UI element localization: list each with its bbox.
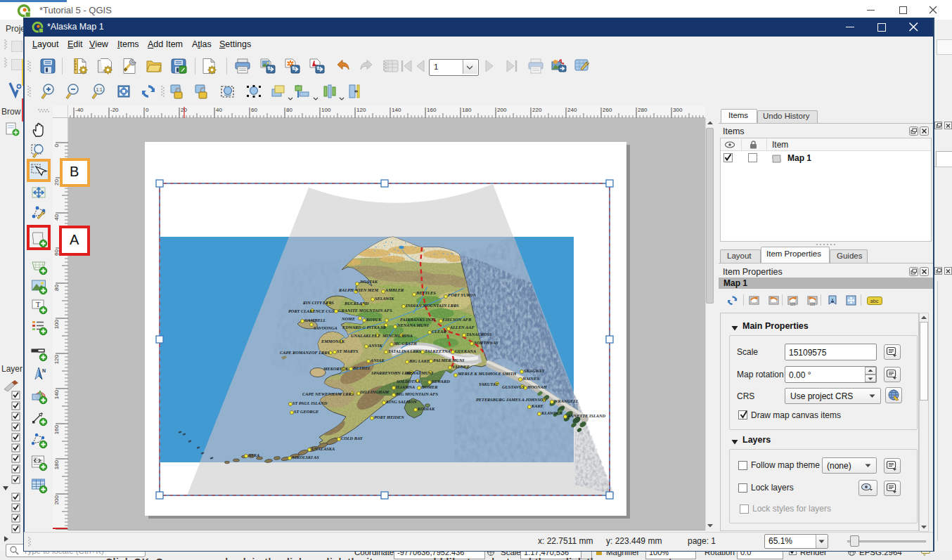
svg-text:DILLINGHAM: DILLINGHAM [359,389,389,394]
svg-text:MERLE K MUDHOLE SMITH: MERLE K MUDHOLE SMITH [457,371,517,376]
svg-text:260: 260 [603,107,612,113]
svg-text:GRANITE MOUNTAIN AFS: GRANITE MOUNTAIN AFS [338,308,392,313]
svg-text:UNALAKLEET: UNALAKLEET [351,333,381,338]
svg-text:0: 0 [53,143,60,147]
svg-text:TIN CITY LRRS: TIN CITY LRRS [303,300,334,305]
svg-text:INDIAN MOUNTAIN LRRS: INDIAN MOUNTAIN LRRS [405,303,459,308]
svg-text:100: 100 [321,107,331,113]
svg-text:MC GRATH: MC GRATH [393,341,418,346]
svg-text:220: 220 [53,530,60,530]
svg-text:123: 123 [810,303,816,306]
svg-text:100: 100 [53,319,60,329]
svg-text:-40: -40 [75,107,84,113]
svg-text:CLEAR: CLEAR [432,329,446,334]
svg-text:SOLDOTNA: SOLDOTNA [397,379,420,384]
svg-text:VALDEZ: VALDEZ [452,364,470,369]
svg-text:GULKANA: GULKANA [455,349,476,353]
svg-text:NIKOLSKI AS: NIKOLSKI AS [291,455,319,460]
svg-text:40: 40 [216,107,222,113]
svg-text:0: 0 [146,107,149,113]
svg-text:SAVOONGA: SAVOONGA [314,325,337,330]
svg-text:280: 280 [638,107,648,113]
svg-text:40: 40 [53,214,60,220]
svg-text:123: 123 [790,303,796,306]
svg-text:1:1: 1:1 [96,87,102,92]
svg-text:WRANGELL: WRANGELL [554,398,579,403]
svg-text:CAPE NEWENHAM LRRS: CAPE NEWENHAM LRRS [302,391,354,396]
svg-text:MEKORYUK: MEKORYUK [323,366,349,371]
svg-text:240: 240 [567,107,577,113]
svg-text:RALPH WIEN MEM: RALPH WIEN MEM [338,287,379,292]
svg-text:PORT CLARENCE CGS: PORT CLARENCE CGS [288,308,335,313]
svg-text:GAMBELL: GAMBELL [304,318,326,323]
svg-text:-20: -20 [110,107,119,113]
svg-text:NENANA MUNI: NENANA MUNI [397,323,429,327]
svg-text:BETHEL: BETHEL [352,365,371,370]
svg-text:ANIAK: ANIAK [370,358,385,363]
svg-text:TATALINA LRRS: TATALINA LRRS [388,349,422,353]
svg-text:ST GEORGE: ST GEORGE [294,409,319,414]
svg-text:SKAGWAY: SKAGWAY [524,368,545,373]
svg-text:60: 60 [251,107,257,113]
svg-text:ILIAMNA: ILIAMNA [395,384,415,389]
svg-text:20: 20 [53,178,60,185]
svg-text:EIELSON AFB: EIELSON AFB [442,317,471,322]
svg-text:NORTHWAY: NORTHWAY [473,340,499,345]
svg-text:120: 120 [53,354,60,364]
svg-text:GUSTAVUS: GUSTAVUS [502,384,525,389]
svg-text:SEWARD: SEWARD [432,379,450,384]
svg-text:160: 160 [427,107,437,113]
svg-text:FAIRBANKS INTL: FAIRBANKS INTL [400,317,437,322]
svg-text:FORT YUKON: FORT YUKON [448,292,476,297]
svg-text:AMBLER: AMBLER [385,287,404,292]
svg-text:TANACROSS: TANACROSS [466,332,492,337]
svg-text:HAINES: HAINES [522,376,539,381]
svg-text:PORT HEIDEN: PORT HEIDEN [374,415,404,419]
svg-text:EMMONAK: EMMONAK [321,339,345,344]
svg-text:BIG MOUNTAIN AFS: BIG MOUNTAIN AFS [395,391,438,396]
svg-text:BIG LAKE: BIG LAKE [409,358,430,363]
svg-text:200: 200 [497,107,507,113]
svg-text:200: 200 [53,495,60,504]
svg-text:140: 140 [392,107,401,113]
svg-text:HOMER: HOMER [420,384,437,389]
svg-text:300: 300 [673,107,683,113]
svg-text:180: 180 [462,107,472,113]
svg-text:KOYUK: KOYUK [366,317,382,322]
svg-text:ANNETTE ISLAND: ANNETTE ISLAND [567,413,606,418]
svg-text:ST PAUL ISLAND: ST PAUL ISLAND [292,401,328,405]
svg-text:CAPE ROMANZOF LRRS: CAPE ROMANZOF LRRS [280,350,330,355]
svg-text:ATKA: ATKA [247,452,259,457]
svg-text:120: 120 [356,107,366,113]
svg-text:ST MARYS: ST MARYS [337,349,359,353]
svg-text:BUCKLAND: BUCKLAND [344,301,369,306]
svg-text:PETERSBURG JAMES A JOHNSON: PETERSBURG JAMES A JOHNSON [476,397,546,402]
svg-text:KING SALMON: KING SALMON [385,399,417,404]
svg-text:80: 80 [286,107,292,113]
svg-text:COLD BAY: COLD BAY [341,436,364,441]
svg-text:220: 220 [532,107,542,113]
svg-text:HOONAH: HOONAH [527,384,548,389]
svg-text:ANVIK: ANVIK [368,343,382,348]
svg-text:MINCHUMINA: MINCHUMINA [382,333,413,338]
svg-text:180: 180 [53,460,60,469]
svg-text:80: 80 [53,284,60,290]
svg-text:NOME: NOME [341,316,355,321]
svg-text:PALMER MUNI: PALMER MUNI [433,358,465,363]
svg-text:KODIAK: KODIAK [417,406,435,411]
svg-text:YAKUTAT: YAKUTAT [479,382,499,386]
svg-text:KLAWOCK: KLAWOCK [541,410,563,415]
svg-text:N: N [42,368,46,373]
svg-text:EDWARD G PITKA SR: EDWARD G PITKA SR [342,325,386,330]
svg-text:KAKE: KAKE [531,403,543,408]
svg-text:160: 160 [53,424,60,434]
svg-text:ALLEN AAF: ALLEN AAF [449,325,475,330]
svg-text:SELAWIK: SELAWIK [375,296,394,301]
svg-text:BETTLES: BETTLES [416,290,436,295]
svg-text:T: T [36,300,41,308]
svg-text:TALKEETNA: TALKEETNA [425,349,451,353]
svg-text:140: 140 [53,389,60,399]
svg-text:UNALASKA: UNALASKA [311,446,335,451]
svg-text:abc: abc [870,299,879,304]
svg-text:KENAI MUNI: KENAI MUNI [406,370,434,375]
